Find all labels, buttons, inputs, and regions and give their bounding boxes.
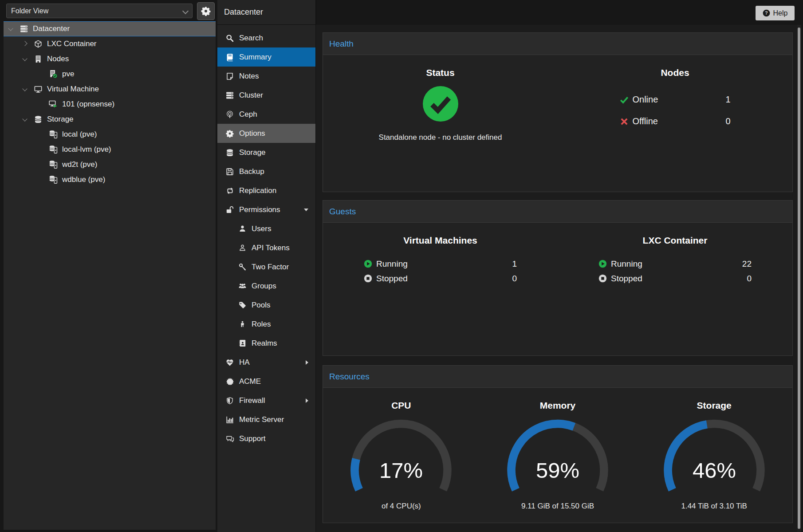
tree-item-label: pve: [62, 70, 74, 79]
menu-item-permissions[interactable]: Permissions: [217, 200, 315, 219]
expander-down-icon[interactable]: [23, 116, 33, 123]
storage-title: Storage: [697, 400, 732, 411]
tree-item-datacenter[interactable]: Datacenter: [4, 21, 216, 36]
offline-label: Offline: [633, 116, 658, 126]
proxmox-app: Folder View Datacenter LXC Container: [0, 0, 803, 532]
floppy-icon: [225, 168, 235, 176]
menu-item-roles[interactable]: Roles: [217, 315, 315, 334]
expander-none: [38, 146, 48, 153]
book-icon: [225, 53, 235, 61]
stop-circle-icon: [364, 274, 372, 283]
nodes-offline-row: Offline 0: [620, 110, 731, 132]
menu-item-realms[interactable]: Realms: [217, 334, 315, 353]
lxc-column: LXC Container Running 22 Stopped 0: [558, 223, 792, 286]
help-button[interactable]: ? Help: [756, 6, 795, 20]
nodes-column: Nodes Online 1 Offline 0: [558, 55, 792, 142]
expander-down-icon[interactable]: [9, 25, 19, 32]
menu-item-notes[interactable]: Notes: [217, 67, 315, 86]
menu-item-search[interactable]: Search: [217, 28, 315, 47]
storage-percent: 46%: [693, 458, 736, 482]
cube-icon: [33, 40, 43, 48]
virtual-machines-column: Virtual Machines Running 1 Stopped 0: [323, 223, 558, 286]
menu-item-summary[interactable]: Summary: [217, 47, 315, 67]
expander-right-icon[interactable]: [23, 40, 33, 47]
tree-item-label: wdblue (pve): [62, 175, 105, 184]
menu-item-groups[interactable]: Groups: [217, 276, 315, 296]
menu-item-users[interactable]: Users: [217, 219, 315, 238]
cpu-title: CPU: [391, 400, 411, 411]
menu-item-label: Options: [239, 129, 265, 138]
menu-item-pools[interactable]: Pools: [217, 296, 315, 315]
resource-tree: Datacenter LXC Container Nodes pve: [4, 21, 216, 530]
chevron-down-icon[interactable]: [304, 209, 308, 211]
chevron-right-icon[interactable]: [306, 398, 308, 403]
vm-stopped-value: 0: [512, 274, 517, 284]
lxc-running-value: 22: [742, 259, 752, 269]
database-drive-icon: [48, 176, 59, 184]
menu-item-label: Storage: [239, 148, 266, 157]
status-column: Status Standalone node - no cluster defi…: [323, 55, 558, 142]
shield-icon: [225, 397, 235, 405]
menu-item-metric-server[interactable]: Metric Server: [217, 410, 315, 429]
tree-item-label: LXC Container: [47, 39, 97, 48]
cpu-gauge-arc: 17%: [348, 418, 454, 500]
database-icon: [33, 115, 43, 123]
tree-settings-button[interactable]: [197, 2, 215, 20]
tree-item-label: local (pve): [62, 130, 97, 139]
menu-item-cluster[interactable]: Cluster: [217, 86, 315, 105]
tree-item-storage-local[interactable]: local (pve): [4, 127, 216, 142]
tree-item-nodes[interactable]: Nodes: [4, 51, 216, 67]
tree-item-storage[interactable]: Storage: [4, 112, 216, 127]
expander-down-icon[interactable]: [23, 86, 33, 93]
play-circle-icon: [364, 260, 372, 268]
expander-none: [38, 101, 48, 108]
menu-item-ha[interactable]: HA: [217, 353, 315, 372]
tree-item-virtual-machine[interactable]: Virtual Machine: [4, 82, 216, 97]
menu-item-replication[interactable]: Replication: [217, 181, 315, 200]
resources-panel-title: Resources: [323, 366, 792, 388]
tree-item-storage-local-lvm[interactable]: local-lvm (pve): [4, 142, 216, 157]
tree-item-label: Datacenter: [33, 24, 70, 33]
chevron-right-icon[interactable]: [306, 360, 308, 365]
lxc-title: LXC Container: [643, 235, 708, 246]
menu-item-ceph[interactable]: Ceph: [217, 105, 315, 124]
expander-none: [38, 161, 48, 168]
storage-sub-label: 1.44 TiB of 3.10 TiB: [681, 502, 747, 511]
menu-item-label: Permissions: [239, 205, 280, 214]
gear-icon: [225, 130, 235, 138]
tree-item-vm-101-opnsense[interactable]: 101 (opnsense): [4, 97, 216, 112]
menu-item-label: Ceph: [239, 110, 257, 119]
memory-sub-label: 9.11 GiB of 15.50 GiB: [521, 502, 594, 511]
menu-item-label: Summary: [239, 53, 272, 62]
status-title: Status: [426, 67, 454, 78]
vertical-scrollbar[interactable]: [797, 25, 801, 532]
menu-item-firewall[interactable]: Firewall: [217, 391, 315, 410]
tree-item-storage-wd2t[interactable]: wd2t (pve): [4, 157, 216, 172]
server-icon: [225, 91, 235, 99]
expander-none: [38, 131, 48, 138]
status-ok-icon: [422, 85, 459, 122]
menu-item-api-tokens[interactable]: API Tokens: [217, 238, 315, 257]
menu-item-two-factor[interactable]: Two Factor: [217, 257, 315, 276]
ceph-icon: [225, 110, 235, 118]
menu-item-label: Roles: [252, 320, 271, 329]
menu-item-label: Support: [239, 434, 266, 443]
virtual-machines-title: Virtual Machines: [403, 235, 477, 246]
nodes-title: Nodes: [661, 67, 689, 78]
menu-item-label: Two Factor: [252, 263, 289, 272]
tree-item-storage-wdblue[interactable]: wdblue (pve): [4, 172, 216, 187]
tree-item-lxc-container[interactable]: LXC Container: [4, 36, 216, 51]
user-icon: [237, 225, 247, 233]
menu-item-support[interactable]: Support: [217, 429, 315, 448]
menu-item-options[interactable]: Options: [217, 124, 315, 143]
cpu-sub-label: of 4 CPU(s): [382, 502, 421, 511]
tree-item-label: wd2t (pve): [62, 160, 97, 169]
folder-view-select[interactable]: Folder View: [6, 4, 193, 18]
expander-down-icon[interactable]: [23, 55, 33, 63]
menu-item-storage[interactable]: Storage: [217, 143, 315, 162]
menu-item-backup[interactable]: Backup: [217, 162, 315, 181]
scrollbar-thumb[interactable]: [798, 28, 800, 529]
tree-item-pve[interactable]: pve: [4, 67, 216, 82]
chevron-down-icon: [182, 8, 189, 14]
menu-item-acme[interactable]: ACME: [217, 372, 315, 391]
